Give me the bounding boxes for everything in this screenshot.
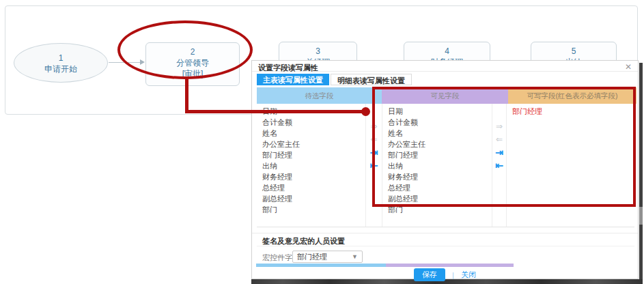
macro-field-value: 部门经理: [297, 253, 327, 261]
list-item[interactable]: 出纳: [257, 160, 365, 171]
tab-main-table[interactable]: 主表读写属性设置: [257, 74, 329, 85]
scrollbar-thumb[interactable]: [639, 207, 643, 225]
flow-node-number: 5: [531, 46, 616, 57]
list-item[interactable]: 总经理: [257, 182, 365, 193]
chevron-down-icon: ▼: [352, 251, 358, 262]
macro-field-dropdown[interactable]: 部门经理 ▼: [292, 251, 363, 263]
tab-detail-table[interactable]: 明细表读写属性设置: [331, 74, 412, 85]
close-button[interactable]: 关闭: [461, 270, 476, 280]
background-bottom-bar: [251, 279, 643, 284]
list-item[interactable]: 合计金额: [257, 117, 365, 128]
annotation-ellipse: [117, 20, 253, 79]
bottom-progress-bar: [256, 264, 514, 267]
header-available-fields: 待选字段: [257, 87, 382, 104]
divider: [257, 246, 634, 246]
screen: 1 申请开始 2 分管领导 [审批] 3 总经理 4 财务经理 5 出纳 设置字…: [0, 0, 644, 284]
list-item[interactable]: 部门: [257, 204, 365, 215]
progress-segment-blue: [256, 264, 386, 267]
button-separator: |: [452, 271, 454, 279]
annotation-connector-vertical: [185, 76, 188, 113]
annotation-connector-horizontal: [185, 110, 365, 113]
annotation-rectangle: [372, 87, 636, 207]
save-button[interactable]: 保存: [414, 268, 445, 281]
list-item[interactable]: 办公室主任: [257, 139, 365, 150]
flow-node-number: 1: [14, 53, 107, 63]
dialog-buttons: 保存 | 关闭: [252, 270, 638, 280]
progress-segment-purple: [386, 264, 514, 267]
dialog-title: 设置字段读写属性: [258, 63, 318, 73]
dialog-tabs: 主表读写属性设置 明细表读写属性设置: [257, 74, 413, 85]
divider: [252, 233, 638, 233]
background-scrollbar-track: [639, 63, 643, 283]
list-item[interactable]: 副总经理: [257, 193, 365, 204]
flow-node-number: 4: [404, 46, 490, 57]
dialog-header: 设置字段读写属性 ✕: [252, 61, 638, 72]
close-icon[interactable]: ✕: [625, 62, 632, 72]
signature-section-title: 签名及意见宏的人员设置: [262, 236, 345, 246]
flow-node-label: 申请开始: [14, 63, 107, 74]
flow-node-start[interactable]: 1 申请开始: [14, 43, 108, 83]
list-item[interactable]: 姓名: [257, 128, 365, 139]
flow-node-number: 3: [279, 46, 356, 57]
list-item[interactable]: 部门经理: [257, 150, 365, 160]
list-item[interactable]: 财务经理: [257, 171, 365, 182]
available-fields-list: 日期 合计金额 姓名 办公室主任 部门经理 出纳 财务经理 总经理 副总经理 部…: [257, 104, 366, 227]
annotation-connector-dot: [361, 107, 370, 116]
